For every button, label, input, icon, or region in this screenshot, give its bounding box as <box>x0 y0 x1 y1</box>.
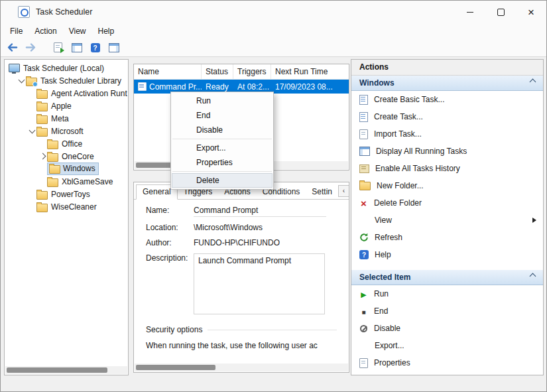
location-field-label: Location: <box>146 223 194 232</box>
context-menu-separator <box>172 171 272 172</box>
back-button[interactable] <box>5 40 20 55</box>
action-disable[interactable]: Disable <box>351 320 543 337</box>
menu-action[interactable]: Action <box>29 25 62 38</box>
folder-icon <box>36 204 48 212</box>
task-icon <box>138 82 147 91</box>
chevron-down-icon[interactable] <box>27 128 36 134</box>
column-header-triggers[interactable]: Triggers <box>233 64 271 79</box>
help-icon <box>359 250 369 259</box>
collapse-section-button[interactable] <box>526 272 538 283</box>
description-field-label: Description: <box>146 253 194 314</box>
close-icon <box>528 7 534 18</box>
context-menu-run[interactable]: Run <box>171 94 273 108</box>
delete-folder-icon <box>359 199 368 208</box>
tree-item-windows[interactable]: Windows <box>5 163 128 175</box>
action-refresh[interactable]: Refresh <box>351 229 543 246</box>
name-field-value: Command Prompt <box>194 206 326 217</box>
author-field-label: Author: <box>146 238 194 247</box>
action-export[interactable]: Export... <box>351 337 543 354</box>
action-new-folder[interactable]: New Folder... <box>351 177 543 194</box>
tree-item-meta[interactable]: Meta <box>5 112 128 125</box>
tree-item-microsoft[interactable]: Microsoft <box>5 125 128 137</box>
help-button[interactable] <box>88 40 103 55</box>
show-console-tree-button[interactable] <box>69 40 84 55</box>
tree-hscrollbar[interactable] <box>5 366 127 374</box>
context-menu-end[interactable]: End <box>171 108 273 123</box>
tab-settings[interactable]: Settin <box>306 185 338 199</box>
folder-icon <box>49 165 60 174</box>
export-icon-placeholder <box>359 342 369 350</box>
action-create-basic-task[interactable]: Create Basic Task... <box>351 91 543 108</box>
tree-item-wisecleaner[interactable]: WiseCleaner <box>5 200 128 213</box>
folder-icon <box>36 115 48 124</box>
actions-pane: Actions Windows Create Basic Task... Cre… <box>351 59 544 375</box>
end-icon <box>359 307 368 316</box>
window-title: Task Scheduler <box>36 7 92 17</box>
show-action-pane-icon <box>109 43 119 52</box>
titlebar: Task Scheduler <box>1 1 546 23</box>
show-action-pane-button[interactable] <box>106 40 121 55</box>
chevron-right-icon[interactable] <box>38 154 47 159</box>
action-view[interactable]: View <box>351 212 543 229</box>
folder-icon <box>36 128 48 137</box>
context-menu-delete[interactable]: Delete <box>172 173 273 188</box>
display-running-tasks-icon <box>359 147 370 156</box>
forward-button[interactable] <box>23 40 38 55</box>
collapse-section-button[interactable] <box>526 78 538 88</box>
action-create-task[interactable]: Create Task... <box>351 108 543 125</box>
task-triggers: At 08:2... <box>233 82 271 92</box>
context-menu-separator <box>172 139 272 139</box>
action-display-all-running-tasks[interactable]: Display All Running Tasks <box>351 143 543 160</box>
action-help[interactable]: Help <box>351 246 543 263</box>
close-button[interactable] <box>516 1 546 23</box>
tab-scroll-left-button[interactable] <box>338 185 349 197</box>
security-options-text: When running the task, use the following… <box>146 341 338 350</box>
action-run[interactable]: Run <box>351 285 543 302</box>
export-list-button[interactable] <box>50 40 66 55</box>
task-details-pane: General Triggers Actions Conditions Sett… <box>133 182 349 373</box>
context-menu-export[interactable]: Export... <box>171 141 273 155</box>
actions-section-selected-item[interactable]: Selected Item <box>351 270 543 285</box>
action-enable-all-tasks-history[interactable]: Enable All Tasks History <box>351 160 543 177</box>
menu-file[interactable]: File <box>4 25 29 38</box>
maximize-button[interactable] <box>485 1 516 23</box>
tree-item-powertoys[interactable]: PowerToys <box>5 188 128 200</box>
menu-view[interactable]: View <box>63 25 92 38</box>
context-menu-properties[interactable]: Properties <box>171 155 273 170</box>
tree-item-agent-activation[interactable]: Agent Activation Runt <box>5 87 128 99</box>
maximize-icon <box>497 9 505 16</box>
tree-item-task-scheduler-local[interactable]: Task Scheduler (Local) <box>5 62 128 74</box>
tree-hscrollbar-thumb[interactable] <box>7 367 107 373</box>
task-list-hscrollbar-thumb[interactable] <box>136 163 174 168</box>
minimize-button[interactable] <box>455 1 485 23</box>
tree-item-apple[interactable]: Apple <box>5 99 128 112</box>
column-header-name[interactable]: Name <box>134 64 202 79</box>
author-field-value: FUNDO-HP\CHIFUNDO <box>194 238 280 247</box>
column-header-next-run-time[interactable]: Next Run Time <box>271 64 349 79</box>
tree-item-onecore[interactable]: OneCore <box>5 150 128 163</box>
tree-item-task-scheduler-library[interactable]: Task Scheduler Library <box>5 74 128 87</box>
tree-item-xblgamesave[interactable]: XblGameSave <box>5 175 128 188</box>
column-header-status[interactable]: Status <box>202 64 233 79</box>
library-icon <box>26 78 37 86</box>
show-console-tree-icon <box>72 43 82 52</box>
context-menu-disable[interactable]: Disable <box>171 123 273 137</box>
details-hscrollbar[interactable] <box>135 363 348 371</box>
tree-item-office[interactable]: Office <box>5 137 128 150</box>
task-next-run-time: 17/09/2023 08... <box>271 82 349 92</box>
create-basic-task-icon <box>359 95 368 105</box>
action-import-task[interactable]: Import Task... <box>351 125 543 143</box>
task-scheduler-window: Task Scheduler File Action View Help <box>0 0 547 392</box>
chevron-down-icon[interactable] <box>17 78 26 84</box>
action-delete[interactable]: Delete <box>351 371 543 375</box>
details-hscrollbar-thumb[interactable] <box>136 365 215 370</box>
action-delete-folder[interactable]: Delete Folder <box>351 194 543 212</box>
actions-section-windows[interactable]: Windows <box>351 76 543 91</box>
properties-icon <box>359 358 368 368</box>
action-properties[interactable]: Properties <box>351 354 543 371</box>
section-gap <box>351 263 543 270</box>
action-end[interactable]: End <box>351 302 543 320</box>
task-status: Ready <box>202 82 233 92</box>
minimize-icon <box>467 12 473 13</box>
menu-help[interactable]: Help <box>92 25 121 38</box>
